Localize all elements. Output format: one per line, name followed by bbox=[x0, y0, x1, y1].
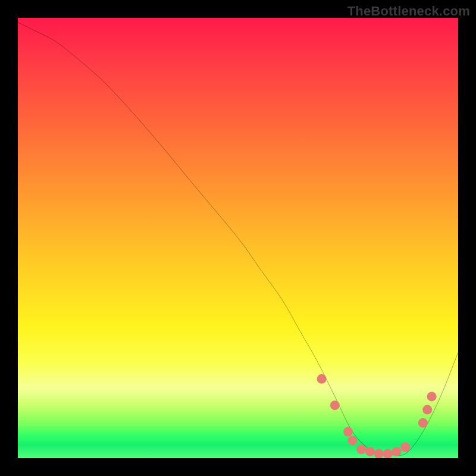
background-gradient bbox=[18, 18, 458, 458]
chart-frame: TheBottleneck.com bbox=[0, 0, 476, 476]
watermark-text: TheBottleneck.com bbox=[347, 4, 470, 19]
plot-area bbox=[18, 18, 458, 458]
